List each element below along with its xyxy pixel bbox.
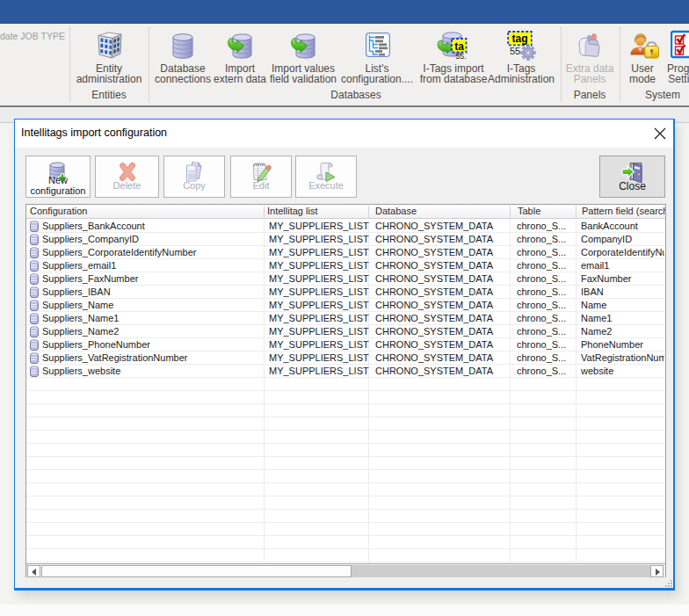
svg-text:tag: tag <box>512 33 528 45</box>
svg-text:55: 55 <box>510 46 520 56</box>
svg-text:55.: 55. <box>455 52 467 60</box>
svg-text:ta: ta <box>454 40 464 53</box>
